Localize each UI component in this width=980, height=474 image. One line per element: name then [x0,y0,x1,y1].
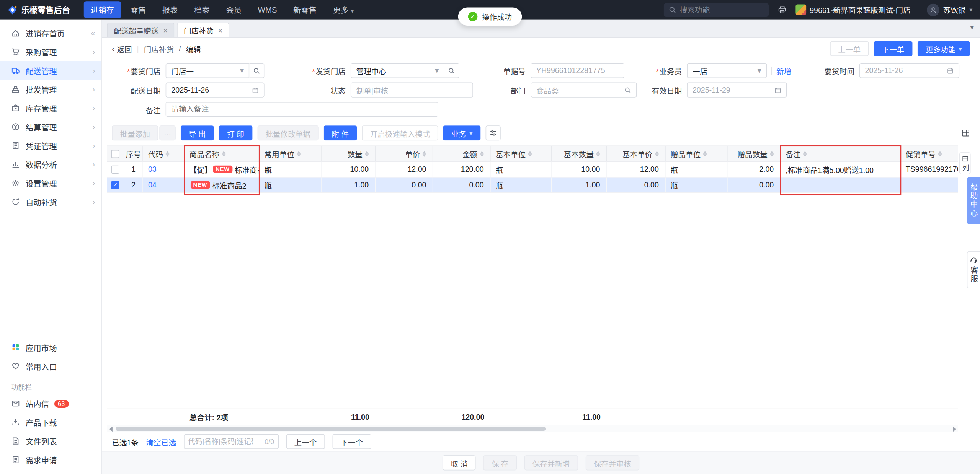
col-price[interactable]: 单价 [376,146,433,161]
prev-doc-button[interactable]: 上一单 [830,41,869,56]
sidebar-item-home[interactable]: 进销存首页 « [0,24,101,42]
column-settings-widget[interactable]: 列 [959,152,970,174]
scrollbar-thumb[interactable] [116,427,546,431]
save-and-new-button[interactable]: 保存并新增 [524,455,578,470]
col-name[interactable]: 商品名称 [185,146,260,161]
sidebar-item-voucher[interactable]: 凭证管理› [0,136,101,155]
scroll-left-icon[interactable] [107,426,114,431]
sidebar-item-wholesale[interactable]: 批发管理› [0,80,101,99]
top-menu-report[interactable]: 报表 [155,1,185,18]
speed-input-button[interactable]: 开启极速输入模式 [362,125,438,140]
sidebar-item-inventory[interactable]: 库存管理› [0,99,101,117]
next-doc-button[interactable]: 下一单 [874,41,912,56]
sidebar-item-files[interactable]: 文件列表 [0,432,101,450]
item-code-link[interactable]: 04 [148,181,157,189]
print-button[interactable]: 打 印 [219,125,252,140]
sidebar-item-favorites[interactable]: 常用入口 [0,357,101,375]
sidebar-item-inbox[interactable]: 站内信 63 [0,394,101,413]
top-menu-archive[interactable]: 档案 [187,1,217,18]
col-seq[interactable]: 序号 [124,146,143,161]
sort-icon[interactable] [166,151,170,156]
sort-icon[interactable] [222,151,226,156]
close-icon[interactable]: × [163,26,167,35]
tab-store-replenish[interactable]: 门店补货 × [177,23,229,37]
help-center-tab[interactable]: 帮助中心 [967,177,980,224]
batch-add-button[interactable]: 批量添加 [112,125,158,140]
sidebar-item-requests[interactable]: 需求申请 [0,450,101,469]
attachment-button[interactable]: 附 件 [323,125,357,140]
row-checkbox[interactable]: ✓ [111,181,119,189]
save-and-audit-button[interactable]: 保存并审核 [586,455,639,470]
col-base-qty[interactable]: 基本数量 [552,146,607,161]
sort-icon[interactable] [423,151,426,156]
back-button[interactable]: ‹ 返回 [112,43,132,54]
remark-input[interactable] [166,103,438,116]
sidebar-item-autoreplenish[interactable]: 自动补货› [0,192,101,211]
customer-service-tab[interactable]: 客服 [967,251,980,288]
table-row[interactable]: ✓ 2 04 NEW 标准商品2 瓶 1.00 0.00 0.00 瓶 1.00… [107,178,958,193]
sort-icon[interactable] [365,151,369,156]
more-functions-button[interactable]: 更多功能 ▾ [918,41,970,56]
save-button[interactable]: 保 存 [483,455,517,470]
col-amount[interactable]: 金额 [433,146,490,161]
business-menu-button[interactable]: 业务 ▾ [443,125,481,140]
table-row[interactable]: 1 03 【促】 NEW 标准商品1 瓶 10.00 12.00 120.00 … [107,162,958,178]
req-store-search-button[interactable] [249,63,264,78]
sort-icon[interactable] [480,151,484,156]
item-code-link[interactable]: 03 [148,165,157,174]
global-search-input[interactable] [680,5,755,14]
top-menu-retail[interactable]: 零售 [123,1,153,18]
sidebar-item-analytics[interactable]: 数据分析› [0,155,101,174]
send-store-search-button[interactable] [444,63,459,78]
brand[interactable]: 乐檬零售后台 [8,4,70,16]
grid-settings-button[interactable] [486,125,501,140]
sort-icon[interactable] [596,151,600,156]
close-icon[interactable]: × [218,26,222,35]
quick-search-input[interactable] [188,438,253,445]
delivery-date-input[interactable]: 2025-11-26 [166,83,265,98]
col-base-unit[interactable]: 基本单位 [491,146,552,161]
req-store-select[interactable]: 门店一▾ [166,63,250,78]
sidebar-item-purchase[interactable]: 采购管理› [0,42,101,61]
table-panel-button[interactable] [961,129,970,137]
sort-icon[interactable] [938,151,942,156]
top-menu-member[interactable]: 会员 [219,1,248,18]
clear-selection-link[interactable]: 清空已选 [146,436,176,447]
dept-input[interactable]: 食品类 [531,83,637,98]
tab-delivery-bonus[interactable]: 配送超量赠送 × [107,23,174,37]
doc-no-input[interactable]: YH99661012281775 [531,63,624,78]
next-match-button[interactable]: 下一个 [332,434,371,449]
salesman-select[interactable]: 一店▾ [687,63,767,78]
horizontal-scrollbar[interactable] [107,425,958,432]
top-menu-jxc[interactable]: 进销存 [84,1,121,18]
cancel-button[interactable]: 取 消 [443,455,476,470]
send-store-select[interactable]: 管理中心▾ [351,63,444,78]
col-gift-qty[interactable]: 赠品数量 [728,146,781,161]
col-base-price[interactable]: 基本单价 [607,146,665,161]
sidebar-item-delivery[interactable]: 配送管理› [0,61,101,80]
batch-add-more-button[interactable]: … [159,125,175,140]
col-code[interactable]: 代码 [143,146,185,161]
add-salesman-link[interactable]: 新增 [776,65,791,76]
col-gift-unit[interactable]: 赠品单位 [666,146,728,161]
sort-icon[interactable] [655,151,659,156]
sidebar-item-settings[interactable]: 设置管理› [0,174,101,192]
valid-date-input[interactable]: 2025-11-29 [687,83,787,98]
sidebar-item-appmarket[interactable]: 应用市场 [0,338,101,357]
sort-icon[interactable] [770,151,774,156]
sort-icon[interactable] [703,151,707,156]
col-promo[interactable]: 促销单号 [901,146,958,161]
col-unit[interactable]: 常用单位 [260,146,322,161]
sort-icon[interactable] [297,151,301,156]
col-remark[interactable]: 备注 [781,146,900,161]
tab-list-expand-icon[interactable]: ▾ [970,24,974,32]
top-menu-more[interactable]: 更多 ▾ [326,1,361,18]
prev-match-button[interactable]: 上一个 [286,434,325,449]
collapse-sidebar-icon[interactable]: « [91,29,95,37]
scroll-right-icon[interactable] [951,426,958,431]
sort-icon[interactable] [803,151,807,156]
export-button[interactable]: 导 出 [181,125,214,140]
store-selector[interactable]: 99661-新界面果蔬版测试-门店一 [795,4,918,15]
sidebar-item-downloads[interactable]: 产品下载 [0,413,101,432]
req-time-input[interactable]: 2025-11-26 [859,63,959,78]
